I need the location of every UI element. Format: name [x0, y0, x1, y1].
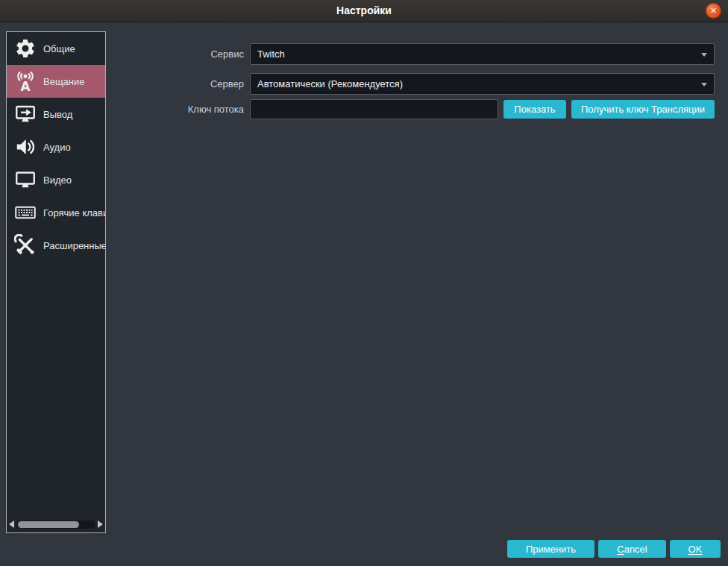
- keyboard-icon: [13, 200, 38, 225]
- close-icon[interactable]: ✕: [706, 3, 721, 19]
- server-row: Сервер Автоматически (Рекомендуется): [184, 73, 715, 95]
- scroll-left-icon[interactable]: [9, 521, 14, 528]
- monitor-icon: [13, 167, 38, 192]
- sidebar-item-hotkeys[interactable]: Горячие клавиши: [7, 196, 105, 229]
- sidebar-item-audio[interactable]: Аудио: [7, 131, 105, 163]
- sidebar-item-advanced[interactable]: Расширенные: [7, 229, 105, 262]
- sidebar-item-video[interactable]: Видео: [7, 163, 105, 196]
- server-value: Автоматически (Рекомендуется): [257, 78, 403, 89]
- sidebar-hscrollbar: [9, 519, 103, 529]
- gear-icon: [13, 36, 38, 61]
- sidebar-item-label: Вещание: [43, 76, 85, 87]
- apply-button[interactable]: Применить: [507, 540, 594, 558]
- chevron-down-icon: [701, 53, 707, 57]
- service-label: Сервис: [184, 48, 244, 60]
- settings-nav-list: Общие A Вещание: [6, 31, 106, 533]
- sidebar-item-output[interactable]: Вывод: [7, 98, 105, 131]
- scroll-right-icon[interactable]: [98, 521, 103, 528]
- stream-key-row: Ключ потока Показать Получить ключ Транс…: [184, 99, 715, 119]
- service-value: Twitch: [257, 48, 285, 60]
- service-row: Сервис Twitch: [184, 43, 715, 65]
- sidebar-item-label: Видео: [43, 174, 72, 186]
- window-title: Настройки: [0, 0, 728, 22]
- sidebar-item-general[interactable]: Общие: [7, 32, 105, 65]
- server-label: Сервер: [184, 78, 244, 89]
- sidebar-item-label: Аудио: [43, 142, 71, 153]
- sidebar-item-label: Горячие клавиши: [43, 207, 105, 218]
- server-dropdown[interactable]: Автоматически (Рекомендуется): [250, 73, 715, 95]
- sidebar-item-label: Расширенные: [43, 240, 105, 251]
- stream-key-input[interactable]: [250, 99, 498, 119]
- scrollbar-thumb[interactable]: [18, 521, 79, 528]
- titlebar: Настройки ✕: [0, 0, 728, 22]
- tools-icon: [13, 233, 38, 258]
- stream-key-label: Ключ потока: [184, 104, 244, 115]
- sidebar-item-label: Общие: [43, 43, 75, 54]
- ok-button[interactable]: OK: [670, 540, 721, 558]
- svg-text:A: A: [20, 79, 30, 92]
- chevron-down-icon: [701, 83, 707, 87]
- settings-window: Настройки ✕ Общие A Вещание: [0, 0, 728, 566]
- speaker-icon: [13, 134, 38, 160]
- cancel-button[interactable]: Cancel: [598, 540, 666, 558]
- sidebar-item-label: Вывод: [43, 109, 72, 120]
- get-stream-key-button[interactable]: Получить ключ Трансляции: [571, 100, 715, 119]
- output-icon: [13, 101, 38, 127]
- sidebar-item-stream[interactable]: A Вещание: [7, 65, 105, 98]
- scrollbar-track[interactable]: [16, 521, 95, 529]
- broadcast-icon: A: [13, 69, 38, 94]
- service-dropdown[interactable]: Twitch: [250, 43, 715, 65]
- show-key-button[interactable]: Показать: [503, 100, 566, 119]
